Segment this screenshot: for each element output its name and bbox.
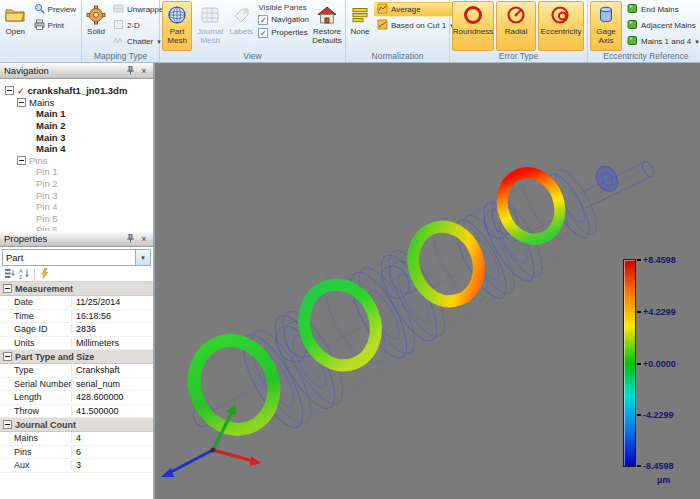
property-row: Mains4 <box>0 432 153 446</box>
collapse-icon[interactable] <box>5 86 14 95</box>
chevron-down-icon: ▾ <box>695 38 699 45</box>
adjacent-mains-icon <box>627 19 638 32</box>
colorbar-tick-label: -4.2299 <box>643 410 674 420</box>
roundness-button[interactable]: Roundness <box>452 1 494 51</box>
tree-item-pin-2[interactable]: Pin 2 <box>5 178 151 190</box>
journal-mesh-icon <box>200 4 220 26</box>
radial-button[interactable]: Radial <box>496 1 536 51</box>
tree-item-pin-3[interactable]: Pin 3 <box>5 189 151 201</box>
adjacent-mains-button[interactable]: Adjacent Mains <box>624 18 700 33</box>
chevron-down-icon[interactable]: ▾ <box>135 250 150 265</box>
property-row: Serial Numberserial_num <box>0 378 153 392</box>
journal-mesh-button[interactable]: Journal Mesh <box>194 1 226 51</box>
close-icon[interactable]: × <box>139 66 149 76</box>
navigation-pane-checkbox[interactable]: ✓ Navigation <box>256 13 309 26</box>
group-label-error-type: Error Type <box>452 51 585 62</box>
property-row: TypeCrankshaft <box>0 364 153 378</box>
alphabetical-sort-icon[interactable]: AZ <box>19 265 30 283</box>
properties-scope-select[interactable]: Part ▾ <box>2 249 151 266</box>
colorbar-gradient <box>623 259 636 467</box>
open-button[interactable]: Open <box>2 1 29 51</box>
chatter-icon <box>113 35 124 48</box>
none-normalization-button[interactable]: None <box>348 1 372 51</box>
tree-item-root[interactable]: ✓ crankshaft1_jn01.3dm <box>5 85 151 97</box>
checkbox-checked-icon: ✓ <box>258 15 268 25</box>
tree-item-pins[interactable]: Pins <box>5 155 151 167</box>
part-mesh-button[interactable]: Part Mesh <box>162 1 192 51</box>
2d-icon <box>113 19 124 32</box>
colorbar-tick-label: +0.0000 <box>643 359 676 369</box>
gage-axis-icon <box>596 4 616 26</box>
close-icon[interactable]: × <box>139 234 149 244</box>
solid-button[interactable]: Solid <box>84 1 108 51</box>
visible-panes-label: Visible Panes <box>256 2 309 13</box>
property-row: Aux3 <box>0 459 153 473</box>
open-folder-icon <box>5 4 25 26</box>
gage-axis-button[interactable]: Gage Axis <box>590 1 622 51</box>
average-button[interactable]: Average <box>374 2 457 17</box>
pin-icon[interactable] <box>125 234 135 244</box>
tree-item-pin-6[interactable]: Pin 6 <box>5 224 151 231</box>
end-mains-icon <box>627 3 638 16</box>
based-on-cut-button[interactable]: Based on Cut 1 ▾ <box>374 18 457 33</box>
crankshaft-wireframe <box>190 159 656 435</box>
colorbar-tick-label: -8.4598 <box>643 461 674 471</box>
category-journal-count[interactable]: Journal Count <box>0 418 153 432</box>
group-label-view: View <box>162 51 343 62</box>
tree-item-pin-5[interactable]: Pin 5 <box>5 213 151 225</box>
tree-item-pin-1[interactable]: Pin 1 <box>5 166 151 178</box>
average-icon <box>377 3 388 16</box>
eccentricity-button[interactable]: Eccentricity <box>538 1 584 51</box>
tree-item-main-3[interactable]: Main 3 <box>5 131 151 143</box>
toolbar-separator <box>34 269 35 279</box>
labels-button[interactable]: Labels <box>228 1 254 51</box>
property-row: Length428.600000 <box>0 391 153 405</box>
mains-1-and-4-button[interactable]: Mains 1 and 4 ▾ <box>624 34 700 49</box>
group-label-eccentricity-reference: Eccentricity Reference <box>590 51 700 62</box>
print-button[interactable]: Print <box>31 18 79 33</box>
application-window: Open Preview Print <box>0 0 700 499</box>
mains-1-and-4-icon <box>627 35 638 48</box>
preview-button[interactable]: Preview <box>31 2 79 17</box>
property-row: Pins6 <box>0 446 153 460</box>
tree-item-mains[interactable]: Mains <box>5 97 151 109</box>
group-label-mapping-type: Mapping Type <box>84 51 157 62</box>
left-panel-column: Navigation × ✓ crankshaft1_jn01.3dm Main… <box>0 63 155 499</box>
property-grid: Measurement Date11/25/2014 Time16:18:56 … <box>0 282 153 499</box>
navigation-panel-title: Navigation <box>4 65 49 76</box>
preview-icon <box>34 3 45 16</box>
navigation-panel-titlebar: Navigation × <box>0 63 153 79</box>
tree-item-main-1[interactable]: Main 1 <box>5 108 151 120</box>
collapse-icon[interactable] <box>17 98 26 107</box>
check-icon: ✓ <box>17 86 25 96</box>
category-part-type-and-size[interactable]: Part Type and Size <box>0 350 153 364</box>
3d-viewport[interactable]: +8.4598 +4.2299 +0.0000 -4.2299 -8.4598 … <box>155 63 700 499</box>
properties-pane-checkbox[interactable]: ✓ Properties <box>256 26 309 39</box>
property-row: Throw41.500000 <box>0 405 153 419</box>
ribbon-group-error-type: Roundness Radial Eccentricity Error Type <box>450 0 588 62</box>
pin-icon[interactable] <box>125 66 135 76</box>
property-row: Time16:18:56 <box>0 310 153 324</box>
tree-item-pin-4[interactable]: Pin 4 <box>5 201 151 213</box>
ribbon-group-mapping-type: Solid Unwrapped 2-D Chatter ▾ <box>82 0 160 62</box>
group-label-normalization: Normalization <box>348 51 447 62</box>
restore-defaults-button[interactable]: Restore Defaults <box>311 1 343 51</box>
colorbar-unit-label: µm <box>657 475 670 485</box>
property-row: Date11/25/2014 <box>0 296 153 310</box>
collapse-icon[interactable] <box>3 284 12 293</box>
tree-item-main-4[interactable]: Main 4 <box>5 143 151 155</box>
customize-icon[interactable] <box>39 265 50 283</box>
navigation-tree: ✓ crankshaft1_jn01.3dm Mains Main 1 Main… <box>0 79 153 231</box>
property-row: UnitsMillimeters <box>0 337 153 351</box>
tree-item-main-2[interactable]: Main 2 <box>5 120 151 132</box>
collapse-icon[interactable] <box>3 420 12 429</box>
end-mains-button[interactable]: End Mains <box>624 2 700 17</box>
solid-icon <box>86 4 106 26</box>
colorbar-tick-label: +8.4598 <box>643 255 676 265</box>
part-mesh-icon <box>167 4 187 26</box>
properties-panel-titlebar: Properties × <box>0 231 153 247</box>
category-measurement[interactable]: Measurement <box>0 282 153 296</box>
collapse-icon[interactable] <box>17 156 26 165</box>
collapse-icon[interactable] <box>3 352 12 361</box>
categorized-sort-icon[interactable] <box>4 265 15 283</box>
